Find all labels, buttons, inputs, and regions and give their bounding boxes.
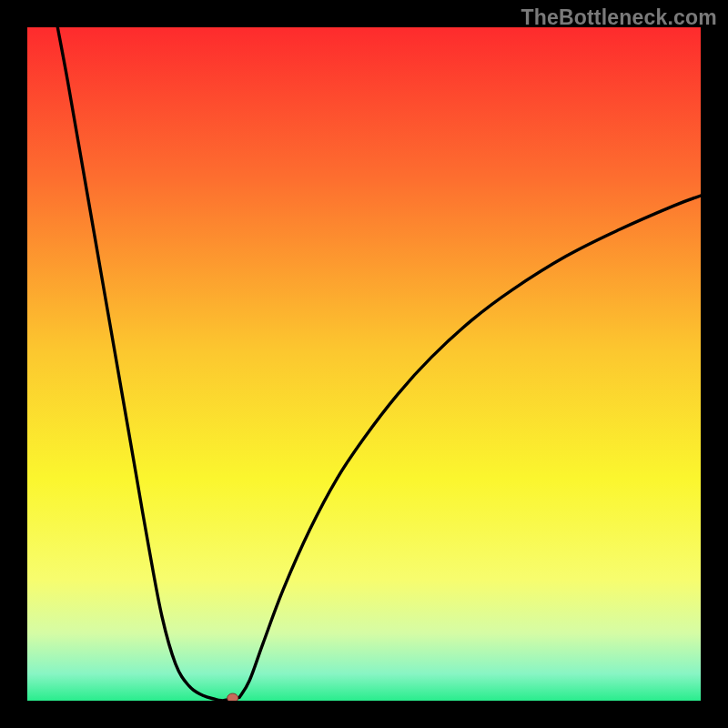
chart-frame: TheBottleneck.com xyxy=(0,0,728,728)
bottleneck-curve xyxy=(27,27,701,701)
watermark-text: TheBottleneck.com xyxy=(521,5,717,30)
plot-area xyxy=(27,27,701,701)
svg-point-1 xyxy=(228,693,238,701)
